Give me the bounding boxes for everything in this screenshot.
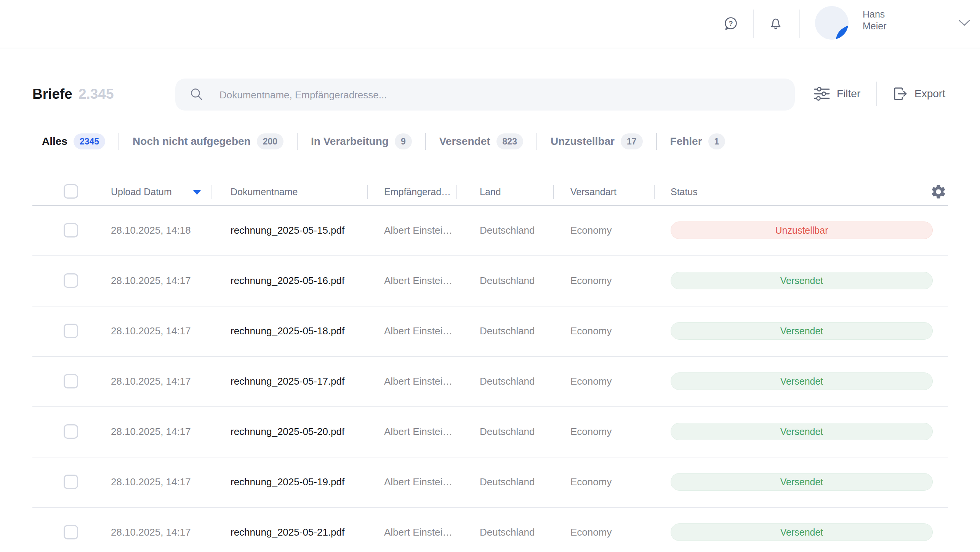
page-title-count: 2.345 xyxy=(78,86,114,102)
row-checkbox[interactable] xyxy=(64,525,78,539)
header-actions-divider xyxy=(876,82,877,106)
cell-empfaengeradresse: Albert Einstei… xyxy=(384,357,452,406)
tab-unzustellbar[interactable]: Unzustellbar 17 xyxy=(551,133,643,149)
cell-upload-datum: 28.10.2025, 14:17 xyxy=(111,256,191,305)
tab-divider xyxy=(656,133,657,150)
cell-upload-datum: 28.10.2025, 14:18 xyxy=(111,206,191,255)
row-checkbox[interactable] xyxy=(64,374,78,388)
chevron-down-icon[interactable] xyxy=(957,18,972,28)
cell-upload-datum: 28.10.2025, 14:17 xyxy=(111,457,191,506)
status-badge: Unzustellbar xyxy=(671,221,933,239)
tab-count-badge: 17 xyxy=(621,133,643,149)
cell-dokumentname: rechnung_2025-05-18.pdf xyxy=(231,306,344,355)
cell-upload-datum: 28.10.2025, 14:17 xyxy=(111,508,191,552)
select-all-checkbox[interactable] xyxy=(64,184,78,199)
row-checkbox[interactable] xyxy=(64,424,78,439)
cell-land: Deutschland xyxy=(480,407,535,456)
page-title-text: Briefe xyxy=(32,86,72,102)
column-header-upload-datum[interactable]: Upload Datum xyxy=(111,179,172,204)
cell-empfaengeradresse: Albert Einstei… xyxy=(384,306,452,355)
cell-dokumentname: rechnung_2025-05-16.pdf xyxy=(231,256,344,305)
column-divider xyxy=(367,185,368,199)
cell-versandart: Economy xyxy=(570,508,612,552)
status-badge: Versendet xyxy=(671,372,933,390)
status-badge: Versendet xyxy=(671,423,933,440)
cell-versandart: Economy xyxy=(570,306,612,355)
tab-divider xyxy=(297,133,298,150)
cell-empfaengeradresse: Albert Einstei… xyxy=(384,457,452,506)
svg-text:?: ? xyxy=(729,20,733,27)
tab-divider xyxy=(118,133,119,150)
tab-count-badge: 200 xyxy=(257,133,283,149)
table-row[interactable]: 28.10.2025, 14:17 rechnung_2025-05-20.pd… xyxy=(32,407,948,457)
user-name[interactable]: Hans Meier xyxy=(863,8,905,32)
filter-label: Filter xyxy=(837,88,860,100)
avatar[interactable] xyxy=(815,6,849,40)
row-checkbox[interactable] xyxy=(64,223,78,237)
tab-label: Noch nicht aufgegeben xyxy=(133,135,251,148)
tab-label: Alles xyxy=(42,135,67,148)
tab-fehler[interactable]: Fehler 1 xyxy=(670,133,725,149)
search-bar xyxy=(175,79,795,111)
cell-land: Deutschland xyxy=(480,306,535,355)
tab-alles[interactable]: Alles 2345 xyxy=(42,133,105,149)
tab-noch-nicht-aufgegeben[interactable]: Noch nicht aufgegeben 200 xyxy=(133,133,283,149)
cell-land: Deutschland xyxy=(480,357,535,406)
tab-divider xyxy=(536,133,537,150)
table-row[interactable]: 28.10.2025, 14:17 rechnung_2025-05-19.pd… xyxy=(32,457,948,508)
cell-empfaengeradresse: Albert Einstei… xyxy=(384,407,452,456)
table-row[interactable]: 28.10.2025, 14:18 rechnung_2025-05-15.pd… xyxy=(32,206,948,256)
tab-label: In Verarbeitung xyxy=(311,135,389,148)
status-badge: Versendet xyxy=(671,272,933,289)
cell-empfaengeradresse: Albert Einstei… xyxy=(384,206,452,255)
row-checkbox[interactable] xyxy=(64,324,78,338)
cell-upload-datum: 28.10.2025, 14:17 xyxy=(111,306,191,355)
help-icon[interactable]: ? xyxy=(722,15,739,32)
bell-icon[interactable] xyxy=(767,15,784,32)
gear-icon[interactable] xyxy=(930,183,947,200)
page-title: Briefe 2.345 xyxy=(32,84,114,104)
topbar-divider xyxy=(753,10,754,38)
cell-land: Deutschland xyxy=(480,206,535,255)
status-tabs: Alles 2345 Noch nicht aufgegeben 200 In … xyxy=(42,130,725,153)
column-header-versandart[interactable]: Versandart xyxy=(570,179,617,204)
export-button[interactable]: Export xyxy=(891,82,945,105)
column-header-dokumentname[interactable]: Dokumentname xyxy=(231,179,298,204)
row-checkbox[interactable] xyxy=(64,475,78,489)
column-header-status[interactable]: Status xyxy=(671,179,698,204)
cell-versandart: Economy xyxy=(570,457,612,506)
top-bar: ? Hans Meier xyxy=(0,0,980,48)
tab-in-verarbeitung[interactable]: In Verarbeitung 9 xyxy=(311,133,412,149)
column-divider xyxy=(211,185,211,199)
status-badge: Versendet xyxy=(671,523,933,541)
column-divider xyxy=(654,185,655,199)
column-divider xyxy=(456,185,457,199)
export-label: Export xyxy=(914,88,945,100)
cell-land: Deutschland xyxy=(480,256,535,305)
row-checkbox[interactable] xyxy=(64,273,78,288)
briefe-page: ? Hans Meier Briefe 2.345 xyxy=(0,0,980,552)
table-row[interactable]: 28.10.2025, 14:17 rechnung_2025-05-18.pd… xyxy=(32,306,948,357)
column-header-empfaengeradresse[interactable]: Empfängerad… xyxy=(384,179,451,204)
cell-land: Deutschland xyxy=(480,508,535,552)
filter-sliders-icon xyxy=(813,85,831,103)
tab-count-badge: 9 xyxy=(395,133,412,149)
table-header: Upload Datum Dokumentname Empfängerad… L… xyxy=(32,179,948,206)
table-row[interactable]: 28.10.2025, 14:17 rechnung_2025-05-16.pd… xyxy=(32,256,948,306)
cell-empfaengeradresse: Albert Einstei… xyxy=(384,508,452,552)
sort-descending-icon[interactable] xyxy=(193,190,201,195)
search-input[interactable] xyxy=(219,79,784,111)
table-row[interactable]: 28.10.2025, 14:17 rechnung_2025-05-21.pd… xyxy=(32,508,948,552)
column-divider xyxy=(553,185,554,199)
column-header-land[interactable]: Land xyxy=(480,179,501,204)
tab-count-badge: 2345 xyxy=(74,133,105,149)
filter-button[interactable]: Filter xyxy=(813,82,860,105)
tab-label: Unzustellbar xyxy=(551,135,615,148)
cell-dokumentname: rechnung_2025-05-15.pdf xyxy=(231,206,344,255)
cell-versandart: Economy xyxy=(570,206,612,255)
table-row[interactable]: 28.10.2025, 14:17 rechnung_2025-05-17.pd… xyxy=(32,357,948,407)
tab-versendet[interactable]: Versendet 823 xyxy=(439,133,523,149)
cell-versandart: Economy xyxy=(570,407,612,456)
tab-count-badge: 823 xyxy=(496,133,523,149)
tab-count-badge: 1 xyxy=(708,133,725,149)
